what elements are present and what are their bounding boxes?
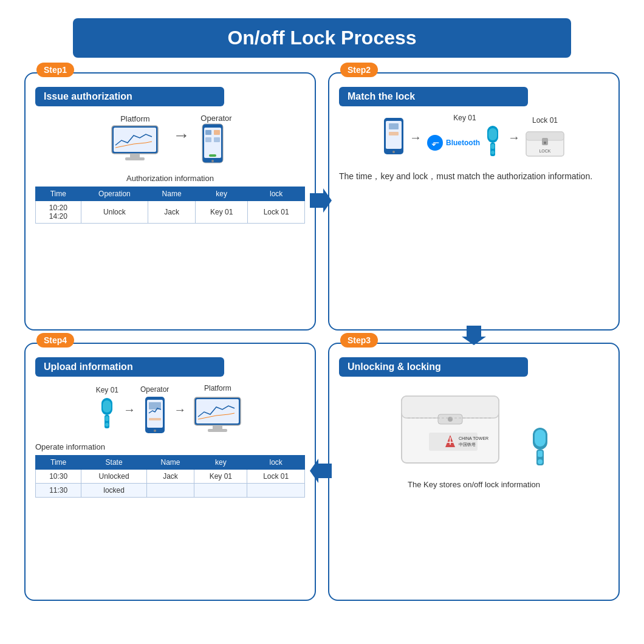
- step4-table: Time State Name key lock 10:30 Unlocked …: [35, 455, 305, 498]
- cell4-lock2: [247, 484, 305, 498]
- cell-key: Key 01: [196, 201, 248, 224]
- step1-devices: Platform → Operator: [108, 114, 231, 166]
- svg-point-35: [105, 423, 109, 426]
- table-row: 10:30 Unlocked Jack Key 01 Lock 01: [36, 470, 305, 484]
- svg-rect-23: [491, 144, 495, 149]
- step2-devices: → Key 01 ⬐ Bluetooth: [339, 114, 609, 161]
- col4-state: State: [81, 456, 146, 470]
- svg-marker-30: [462, 326, 486, 345]
- svg-rect-50: [429, 433, 478, 451]
- step4-operator-group: Operator: [140, 385, 169, 434]
- svg-point-61: [538, 459, 543, 464]
- cell-time: 10:2014:20: [36, 201, 81, 224]
- svg-rect-34: [105, 416, 109, 421]
- svg-rect-21: [488, 128, 497, 140]
- cell4-key2: [194, 484, 247, 498]
- step3-devices: CHINA TOWER 中国铁塔: [396, 384, 552, 469]
- step2-arrow1: →: [409, 131, 422, 145]
- page-title: On/off Lock Process: [73, 27, 571, 49]
- svg-text:LOCK: LOCK: [539, 149, 550, 153]
- table-row: 10:2014:20 Unlock Jack Key 01 Lock 01: [36, 201, 305, 224]
- svg-rect-6: [205, 130, 211, 135]
- cell4-state1: Unlocked: [81, 470, 146, 484]
- step2-card: Step2 Match the lock → Key 01: [328, 72, 620, 331]
- step4-badge: Step4: [36, 333, 74, 348]
- step4-key01-label: Key 01: [96, 386, 118, 394]
- step4-monitor-icon: [191, 395, 244, 435]
- step2-description: The time，key and lock，must match the aut…: [339, 170, 609, 183]
- cell4-time2: 11:30: [36, 484, 81, 498]
- col-key: key: [196, 187, 248, 201]
- step2-header: Match the lock: [339, 87, 528, 106]
- step3-content: CHINA TOWER 中国铁塔 The Key stores on/off l…: [339, 384, 609, 489]
- main-title-bar: On/off Lock Process: [73, 18, 571, 58]
- cell-lock: Lock 01: [248, 201, 305, 224]
- cell4-lock1: Lock 01: [247, 470, 305, 484]
- step2-arrow2: →: [508, 131, 520, 145]
- col-name: Name: [148, 187, 196, 201]
- step4-platform-label: Platform: [204, 384, 231, 392]
- step1-badge: Step1: [36, 63, 74, 77]
- col4-key: key: [194, 456, 247, 470]
- step4-arrow1: →: [123, 403, 135, 417]
- svg-rect-9: [214, 137, 220, 142]
- svg-point-15: [392, 151, 395, 153]
- svg-text:CHINA TOWER: CHINA TOWER: [459, 436, 488, 440]
- lockbox-icon: LOCK: [525, 127, 565, 159]
- step1-card: Step1 Issue authorization Platform: [24, 72, 316, 331]
- operator-label: Operator: [200, 114, 231, 123]
- svg-rect-17: [389, 132, 399, 135]
- monitor-icon: [108, 123, 162, 163]
- svg-rect-8: [205, 137, 211, 142]
- step4-card: Step4 Upload information Key 01 → Operat…: [24, 343, 316, 601]
- step3-card: Step3 Unlocking & locking: [328, 343, 620, 601]
- svg-point-11: [211, 160, 214, 162]
- table-row: 11:30 locked: [36, 484, 305, 498]
- step2-phone-icon: [383, 117, 405, 155]
- col4-time: Time: [36, 456, 81, 470]
- step4-key-group: Key 01: [96, 386, 118, 433]
- col4-name: Name: [146, 456, 194, 470]
- step4-keyfob-icon: [97, 397, 117, 433]
- platform-label: Platform: [108, 114, 162, 123]
- cell4-time1: 10:30: [36, 470, 81, 484]
- step3-lockbox-icon: CHINA TOWER 中国铁塔: [396, 384, 517, 469]
- step1-header: Issue authorization: [35, 87, 224, 106]
- svg-rect-58: [535, 430, 546, 447]
- svg-rect-39: [149, 402, 161, 409]
- svg-rect-10: [209, 154, 216, 157]
- key-fob-icon: [482, 125, 503, 161]
- cell4-state2: locked: [81, 484, 146, 498]
- col4-lock: lock: [247, 456, 305, 470]
- step3-keyfob-icon: [528, 426, 552, 469]
- svg-marker-45: [310, 459, 332, 483]
- svg-point-49: [448, 417, 453, 422]
- col-operation: Operation: [81, 187, 148, 201]
- svg-rect-43: [213, 425, 222, 429]
- svg-rect-42: [196, 399, 239, 423]
- arrow-step2-to-step3: [462, 326, 486, 348]
- col-lock: lock: [248, 187, 305, 201]
- lock01-label: Lock 01: [532, 116, 558, 125]
- step2-badge: Step2: [340, 63, 378, 77]
- step3-description: The Key stores on/off lock information: [408, 480, 540, 489]
- svg-rect-16: [389, 123, 399, 129]
- step4-platform-group: Platform: [191, 384, 244, 435]
- cell-name: Jack: [148, 201, 196, 224]
- step3-header: Unlocking & locking: [339, 357, 528, 377]
- step3-badge: Step3: [340, 333, 378, 348]
- step4-arrow2: →: [174, 403, 186, 417]
- step4-operator-label: Operator: [140, 385, 169, 394]
- step4-header: Upload information: [35, 357, 224, 377]
- key01-label: Key 01: [453, 114, 476, 122]
- step2-phone-wrap: [383, 117, 405, 157]
- step4-phone-icon: [144, 396, 166, 434]
- lockbox-group: Lock 01 LOCK: [525, 116, 565, 159]
- auth-info-label: Authorization information: [126, 174, 214, 183]
- svg-rect-60: [538, 451, 543, 457]
- arrow-step3-to-step4: [310, 459, 332, 485]
- step4-devices: Key 01 → Operator: [35, 384, 305, 435]
- svg-rect-1: [114, 128, 156, 152]
- svg-point-28: [544, 142, 546, 144]
- svg-marker-12: [310, 188, 332, 213]
